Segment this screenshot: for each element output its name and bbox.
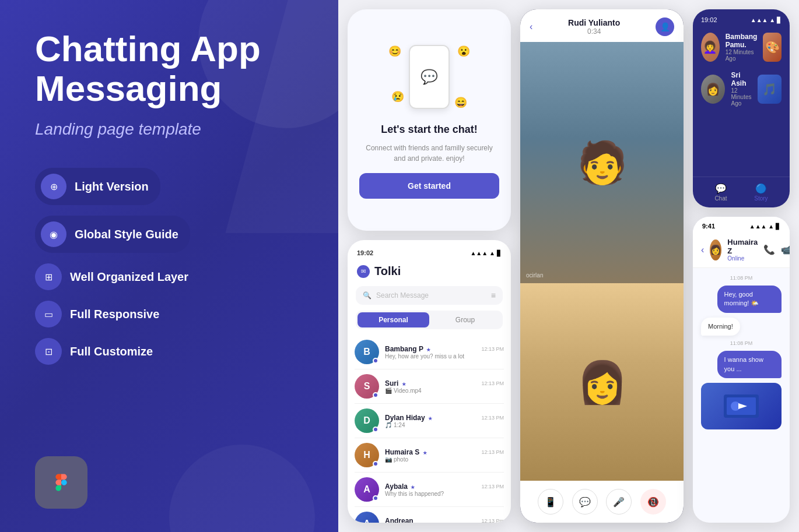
chat-name: Andrean [385,517,413,523]
chat-item[interactable]: A Aybala ★ 12:13 PM Why this is happened… [355,473,504,507]
feature-responsive[interactable]: ▭ Full Responsive [35,301,309,327]
get-started-button[interactable]: Get started [359,173,499,199]
main-title: Chatting App Messaging [35,29,309,108]
message-time-label-2: 11:08 PM [701,340,782,346]
end-call-button[interactable]: 📵 [640,489,666,515]
video-button[interactable]: 📹 [781,244,790,255]
dm-messages: 11:08 PM Hey, good morning! 🌤️ Morning! … [693,268,790,523]
chat-time: 12:13 Pm [481,518,504,523]
dm-status-icons: ▲▲▲ ▲ ▊ [749,223,780,230]
emoji-4: 😄 [454,96,467,109]
caller-avatar-button[interactable]: 👤 [656,17,674,36]
chat-time: 19:02 [357,249,373,256]
figma-icon [47,468,76,497]
app-logo: ✉ [357,265,370,278]
tab-group[interactable]: Group [429,312,501,327]
chat-nav-icon: 💬 [715,183,727,194]
video-watermark: ocirlan [526,272,543,279]
search-bar[interactable]: 🔍 Search Message ≡ [356,286,503,305]
story-person-name-1: Bambang Pamu. [726,33,758,49]
emoji-1: 😊 [388,45,401,58]
status-icons: ▲▲▲ ▲ ▊ [470,250,502,256]
avatar-wrap: H [355,443,379,467]
back-button[interactable]: ‹ [530,22,532,32]
video-controls: 📱 💬 🎤 📵 [520,481,684,523]
online-indicator [373,461,379,467]
welcome-subtitle: Connect with friends and familly securel… [359,143,499,164]
feature-customize[interactable]: ⊡ Full Customize [35,338,309,365]
customize-icon: ⊡ [35,338,62,365]
story-avatar-1: 👩‍🦱 [701,33,720,62]
image-preview-svg [724,394,759,418]
avatar: A [355,512,379,523]
tab-personal[interactable]: Personal [358,312,429,327]
chat-preview: 🎵 1:24 [385,422,504,428]
subtitle: Landing page template [35,120,309,139]
nav-story[interactable]: 🔵 Story [754,183,768,202]
story-photo-2: 🎵 [758,75,782,104]
responsive-icon: ▭ [35,301,62,327]
light-version-label: Light Version [75,180,149,193]
story-avatar-2: 👩 [701,75,725,104]
call-timer: 0:34 [587,27,601,36]
video-header: ‹ Rudi Yulianto 0:34 👤 [520,9,684,42]
figma-badge[interactable] [35,456,87,509]
call-button[interactable]: 📞 [763,244,775,255]
style-guide-label: Global Style Guide [75,228,178,241]
chat-item[interactable]: B Bambang P ★ 12:13 PM Hey, how are you?… [355,335,504,369]
app-name: Tolki [374,265,401,278]
story-person-2[interactable]: 👩 Sri Asih 12 Minutes Ago 🎵 [693,66,790,111]
person-woman-photo: 👩 [520,283,684,481]
online-indicator [373,427,379,432]
caller-name: Rudi Yulianto [568,18,620,27]
screen-share-button[interactable]: 📱 [538,489,563,515]
feature-organized-layer[interactable]: ⊞ Well Organized Layer [35,263,309,290]
chat-item[interactable]: D Dylan Hiday ★ 12:13 PM 🎵 1:24 [355,404,504,438]
search-icon: 🔍 [363,291,372,300]
chat-info: Andrean 12:13 Pm typing ... [385,517,504,523]
dm-status-bar: 9:41 ▲▲▲ ▲ ▊ [693,217,790,233]
chat-status-bar: 19:02 ▲▲▲ ▲ ▊ [348,240,511,261]
message-bubble-received: Morning! [701,318,740,336]
chat-time: 12:13 PM [481,415,504,421]
chat-item[interactable]: S Suri ★ 12:13 PM 🎬 Video.mp4 [355,369,504,404]
chat-item[interactable]: H Humaira S ★ 12:13 PM 📷 photo [355,438,504,473]
message-row-received: Morning! [701,318,782,336]
battery-icon: ▊ [777,17,782,23]
story-header: 19:02 ▲▲▲ ▲ ▊ [693,9,790,28]
story-nav-label: Story [754,195,768,202]
avatar-wrap: A [355,477,379,502]
dm-back-button[interactable]: ‹ [701,245,704,255]
person-man-photo: 🧑 [520,42,684,283]
message-button[interactable]: 💬 [572,489,598,515]
feature-light-version[interactable]: ⊕ Light Version [35,168,309,205]
feature-global-style-guide[interactable]: ◉ Global Style Guide [35,216,309,253]
chat-time: 12:13 PM [481,346,504,352]
story-person-1[interactable]: 👩‍🦱 Bambang Pamu. 12 Minutes Ago 🎨 [693,28,790,66]
video-self-feed: 👩 [520,283,684,481]
signal-icon: ▲▲▲ [470,250,488,256]
story-person-name-2: Sri Asih [731,71,751,87]
style-guide-icon: ◉ [41,221,66,247]
chat-name: Suri ★ [385,379,406,387]
story-time-2: 12 Minutes Ago [731,87,751,107]
customize-label: Full Customize [70,345,153,358]
chat-name: Aybala ★ [385,482,415,491]
wifi-icon: ▲ [769,17,775,23]
dm-actions: 📞 📹 ⋮ [763,244,790,255]
nav-chat[interactable]: 💬 Chat [714,183,727,202]
chat-item[interactable]: A Andrean 12:13 Pm typing ... [355,507,504,523]
chat-time: 12:13 PM [481,484,504,489]
chat-name-row: Andrean 12:13 Pm [385,517,504,523]
chatlist-phone: 19:02 ▲▲▲ ▲ ▊ ✉ Tolki 🔍 Search Message ≡… [348,240,511,523]
chat-info: Suri ★ 12:13 PM 🎬 Video.mp4 [385,379,504,394]
avatar-wrap: A [355,512,379,523]
message-row-image [701,383,782,429]
mute-button[interactable]: 🎤 [606,489,632,515]
story-nav-icon: 🔵 [755,183,767,194]
welcome-phone: 😊 😮 😢 😄 Let's start the chat! Connect wi… [348,9,511,231]
app-title-row: ✉ Tolki [348,261,511,284]
message-row-sent: Hey, good morning! 🌤️ [701,286,782,313]
message-row-sent-2: I wanna show you ... [701,351,782,378]
filter-icon: ≡ [491,291,496,300]
